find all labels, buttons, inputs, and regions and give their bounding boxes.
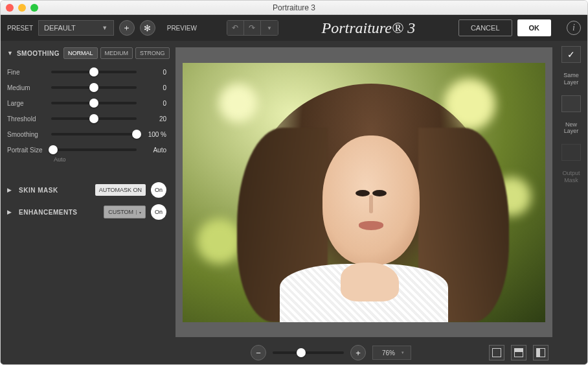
threshold-slider[interactable] xyxy=(51,117,137,120)
skin-mask-section: ▶ SKIN MASK AUTOMASK ON On xyxy=(7,182,166,198)
smoothing-row: Smoothing 100 % xyxy=(7,126,166,142)
medium-value: 0 xyxy=(142,84,166,91)
fine-row: Fine 0 xyxy=(7,64,166,80)
undo-button[interactable]: ↶ xyxy=(227,21,244,35)
zoom-out-button[interactable]: − xyxy=(251,345,266,360)
large-row: Large 0 xyxy=(7,95,166,111)
chevron-down-icon: ▼ xyxy=(102,25,108,31)
preset-value: DEFAULT xyxy=(44,24,76,32)
portrait-size-slider[interactable] xyxy=(51,148,137,151)
large-slider[interactable] xyxy=(51,102,137,104)
portrait-size-value: Auto xyxy=(142,147,166,154)
preview-image xyxy=(183,63,545,322)
skin-mask-on-button[interactable]: On xyxy=(151,182,166,198)
output-mask-label: Output Mask xyxy=(562,170,580,184)
threshold-value: 20 xyxy=(142,115,166,123)
view-split-horizontal-button[interactable] xyxy=(511,345,526,360)
view-split-vertical-button[interactable] xyxy=(533,345,548,360)
zoom-dropdown[interactable]: 76% xyxy=(372,346,411,360)
same-layer-label: Same Layer xyxy=(563,72,579,86)
preview-label: PREVIEW xyxy=(167,25,197,32)
brand-title: Portraiture® 3 xyxy=(284,19,453,37)
zoom-slider[interactable] xyxy=(273,351,344,354)
smoothing-amount-label: Smoothing xyxy=(7,131,46,138)
enhancements-toggle-icon[interactable]: ▶ xyxy=(7,209,14,215)
title-bar: Portraiture 3 xyxy=(1,1,587,15)
strength-strong-button[interactable]: STRONG xyxy=(135,47,170,59)
portrait-size-row: Portrait Size Auto xyxy=(7,142,166,158)
strength-medium-button[interactable]: MEDIUM xyxy=(100,47,133,59)
preset-label: PRESET xyxy=(7,25,33,32)
medium-label: Medium xyxy=(7,84,46,91)
add-preset-button[interactable]: ＋ xyxy=(119,20,135,36)
new-layer-label: New Layer xyxy=(564,121,579,135)
portrait-size-sublabel: Auto xyxy=(54,156,166,163)
strength-normal-button[interactable]: NORMAL xyxy=(63,47,98,59)
cancel-button[interactable]: CANCEL xyxy=(458,19,512,36)
preset-settings-button[interactable]: ✻ xyxy=(140,20,155,36)
medium-slider[interactable] xyxy=(51,86,137,89)
new-layer-button[interactable] xyxy=(561,95,581,112)
header-toolbar: PRESET DEFAULT ▼ ＋ ✻ PREVIEW ↶ ↷ ▼ Portr… xyxy=(1,15,587,41)
skin-mask-toggle-icon[interactable]: ▶ xyxy=(7,187,14,193)
view-single-button[interactable] xyxy=(489,345,504,360)
large-value: 0 xyxy=(142,100,166,107)
zoom-in-button[interactable]: + xyxy=(350,345,366,360)
portrait-size-label: Portrait Size xyxy=(7,147,46,154)
fine-label: Fine xyxy=(7,69,46,76)
preset-dropdown[interactable]: DEFAULT ▼ xyxy=(38,20,114,36)
same-layer-button[interactable] xyxy=(561,46,581,63)
window-title: Portraiture 3 xyxy=(1,3,587,12)
smoothing-slider[interactable] xyxy=(51,133,137,135)
fine-value: 0 xyxy=(142,69,166,76)
skin-mask-title: SKIN MASK xyxy=(19,187,58,194)
zoom-value: 76% xyxy=(382,349,395,357)
enhancements-section: ▶ ENHANCEMENTS CUSTOM On xyxy=(7,204,166,220)
fine-slider[interactable] xyxy=(51,71,137,73)
smoothing-toggle-icon[interactable]: ▼ xyxy=(7,50,13,56)
smoothing-value: 100 % xyxy=(142,131,166,138)
history-segment: ↶ ↷ ▼ xyxy=(227,20,278,36)
zoom-bar: − + 76% xyxy=(173,340,555,365)
enhancements-title: ENHANCEMENTS xyxy=(19,209,77,216)
enhancements-custom-dropdown[interactable]: CUSTOM xyxy=(104,206,146,218)
threshold-label: Threshold xyxy=(7,115,46,123)
enhancements-on-button[interactable]: On xyxy=(151,204,166,220)
ok-button[interactable]: OK xyxy=(517,19,552,36)
automask-button[interactable]: AUTOMASK ON xyxy=(95,184,146,196)
controls-sidebar: ▼ SMOOTHING NORMAL MEDIUM STRONG Fine 0 … xyxy=(1,41,173,365)
redo-button[interactable]: ↷ xyxy=(244,21,261,35)
history-dropdown-button[interactable]: ▼ xyxy=(261,21,278,35)
medium-row: Medium 0 xyxy=(7,80,166,95)
threshold-row: Threshold 20 xyxy=(7,111,166,126)
output-column: Same Layer New Layer Output Mask xyxy=(555,41,587,365)
output-mask-button[interactable] xyxy=(561,144,581,161)
preview-area[interactable] xyxy=(175,47,552,337)
info-button[interactable]: i xyxy=(567,21,581,35)
large-label: Large xyxy=(7,100,46,107)
smoothing-title: SMOOTHING xyxy=(17,50,60,57)
